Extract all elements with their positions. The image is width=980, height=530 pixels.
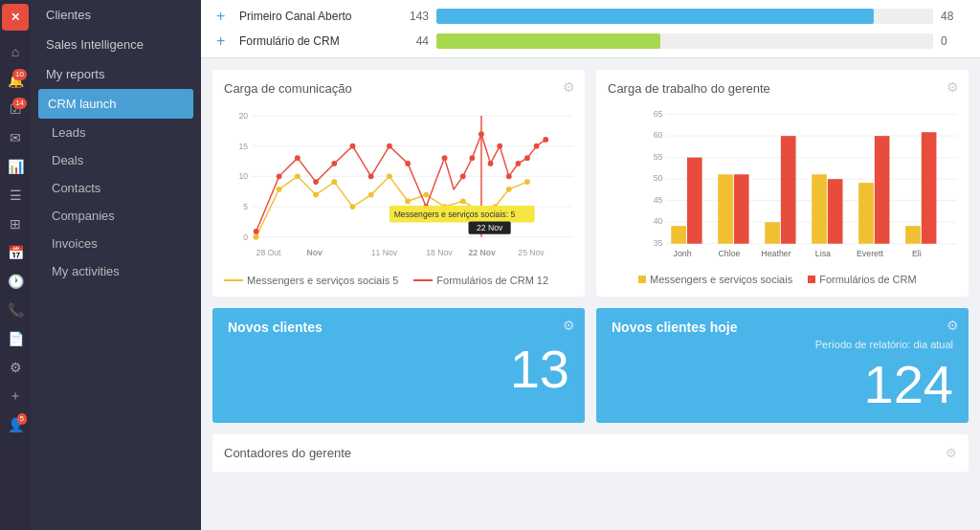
svg-rect-78 <box>765 222 780 244</box>
svg-point-38 <box>368 173 374 179</box>
bar-chart-wrapper: 65 60 55 50 45 40 35 <box>608 103 957 285</box>
progress-num-2: 44 <box>400 34 429 48</box>
sidebar-item-leads[interactable]: Leads <box>31 119 201 146</box>
svg-point-48 <box>506 173 512 179</box>
legend-bar-yellow: Messengers e serviços sociais <box>638 274 792 285</box>
manager-workload-card: Carga de trabalho do gerente ⚙ 65 60 55 … <box>596 70 969 297</box>
sidebar-item-crm-launch[interactable]: CRM launch <box>38 89 193 119</box>
svg-text:22 Nov: 22 Nov <box>477 223 503 232</box>
svg-text:Messengers e serviços sociais:: Messengers e serviços sociais: 5 <box>394 210 516 219</box>
svg-point-25 <box>423 192 429 198</box>
close-button[interactable]: ✕ <box>2 4 29 31</box>
svg-text:40: 40 <box>654 216 663 226</box>
svg-text:Nov: Nov <box>306 248 322 257</box>
grid-icon[interactable]: ⊞ <box>2 210 29 237</box>
line-chart-legend: Messengers e serviços sociais 5 Formulár… <box>224 275 573 286</box>
progress-row-2: + Formulário de CRM 44 0 <box>216 33 965 50</box>
svg-point-40 <box>405 161 411 166</box>
svg-text:15: 15 <box>238 142 248 151</box>
expand-icon-2[interactable]: + <box>216 33 232 50</box>
calendar-icon[interactable]: 📅 <box>2 239 29 266</box>
novos-clientes-hoje-value: 124 <box>612 358 953 411</box>
sidebar-item-my-activities[interactable]: My activities <box>31 257 201 285</box>
home-icon[interactable]: ⌂ <box>2 38 29 65</box>
svg-point-34 <box>295 155 301 161</box>
svg-point-49 <box>515 161 521 166</box>
icon-bar: ✕ ⌂ 🔔10 ☑14 ✉ 📊 ☰ ⊞ 📅 🕐 📞 📄 ⚙ ＋ 👤5 <box>0 0 31 530</box>
svg-rect-73 <box>687 158 702 244</box>
svg-point-44 <box>469 155 475 161</box>
chart-icon[interactable]: 📊 <box>2 153 29 180</box>
notification-badge: 10 <box>12 69 27 80</box>
sidebar-item-sales-intelligence[interactable]: Sales Intelligence <box>31 30 201 59</box>
expand-icon-1[interactable]: + <box>216 8 232 25</box>
add-icon[interactable]: ＋ <box>2 383 29 409</box>
svg-point-27 <box>460 198 466 204</box>
svg-text:10: 10 <box>238 171 248 181</box>
progress-row-1: + Primeiro Canal Aberto 143 48 <box>216 8 965 25</box>
document-icon[interactable]: 📄 <box>2 325 29 352</box>
email-icon[interactable]: ✉ <box>2 124 29 151</box>
line-chart: 20 15 10 5 0 28 Out Nov 11 Nov 18 Nov 22… <box>224 103 573 276</box>
legend-bar-yellow-dot <box>638 276 646 283</box>
manager-workload-gear[interactable]: ⚙ <box>947 79 959 95</box>
svg-rect-84 <box>858 183 874 244</box>
svg-text:Lisa: Lisa <box>815 249 831 258</box>
sidebar-item-my-reports[interactable]: My reports <box>31 59 201 89</box>
legend-bar-red-dot <box>808 276 815 283</box>
sidebar-item-contacts[interactable]: Contacts <box>31 174 201 202</box>
novos-clientes-hoje-subtitle: Período de relatório: dia atual <box>612 339 953 350</box>
profile-icon[interactable]: 👤5 <box>2 411 29 438</box>
svg-rect-79 <box>781 136 796 244</box>
communication-load-card: Carga de comunicação ⚙ 20 15 10 5 0 <box>212 70 585 297</box>
line-chart-svg: 20 15 10 5 0 28 Out Nov 11 Nov 18 Nov 22… <box>224 103 573 266</box>
svg-text:25 Nov: 25 Nov <box>518 248 545 257</box>
svg-rect-76 <box>734 174 749 243</box>
legend-yellow-line <box>224 279 243 281</box>
svg-point-21 <box>350 204 356 210</box>
sidebar-item-clientes[interactable]: Clientes <box>31 0 201 30</box>
svg-text:Chloe: Chloe <box>719 249 741 258</box>
svg-text:45: 45 <box>654 195 663 205</box>
svg-point-17 <box>277 187 282 192</box>
legend-bar-red-label: Formulários de CRM <box>819 274 916 285</box>
top-progress-area: + Primeiro Canal Aberto 143 48 + Formulá… <box>201 0 980 58</box>
phone-icon[interactable]: 📞 <box>2 297 29 323</box>
sidebar: Clientes Sales Intelligence My reports C… <box>31 0 201 530</box>
bar-chart-legend: Messengers e serviços sociais Formulário… <box>638 274 957 285</box>
communication-load-title: Carga de comunicação <box>224 81 573 96</box>
progress-fill-1 <box>436 9 874 24</box>
svg-text:Heather: Heather <box>761 249 791 258</box>
progress-end-1: 48 <box>941 10 965 23</box>
svg-point-43 <box>460 173 466 179</box>
list-icon[interactable]: ☰ <box>2 182 29 209</box>
svg-rect-82 <box>828 179 843 244</box>
sidebar-item-invoices[interactable]: Invoices <box>31 230 201 257</box>
svg-text:35: 35 <box>654 238 663 248</box>
legend-bar-yellow-label: Messengers e serviços sociais <box>650 274 792 285</box>
svg-text:Everett: Everett <box>857 249 883 258</box>
svg-text:28 Out: 28 Out <box>256 248 281 257</box>
svg-point-20 <box>331 179 337 185</box>
sidebar-item-companies[interactable]: Companies <box>31 202 201 230</box>
novos-clientes-hoje-gear[interactable]: ⚙ <box>947 318 959 333</box>
svg-text:50: 50 <box>654 173 663 183</box>
sidebar-item-deals[interactable]: Deals <box>31 146 201 174</box>
svg-point-52 <box>543 137 548 143</box>
svg-text:Eli: Eli <box>912 249 922 258</box>
svg-point-30 <box>506 187 512 192</box>
contadores-gear[interactable]: ⚙ <box>946 446 957 460</box>
svg-text:55: 55 <box>654 152 663 162</box>
communication-load-gear[interactable]: ⚙ <box>563 79 575 95</box>
svg-rect-81 <box>812 174 827 243</box>
novos-clientes-gear[interactable]: ⚙ <box>563 318 575 333</box>
progress-label-1: Primeiro Canal Aberto <box>239 10 392 23</box>
svg-point-36 <box>331 161 337 166</box>
settings-icon[interactable]: ⚙ <box>2 354 29 381</box>
progress-label-2: Formulário de CRM <box>239 34 392 48</box>
novos-clientes-hoje-card: Novos clientes hoje ⚙ Período de relatór… <box>596 308 969 423</box>
tasks-icon[interactable]: ☑14 <box>2 96 29 122</box>
svg-text:65: 65 <box>654 109 663 119</box>
clock-icon[interactable]: 🕐 <box>2 268 29 295</box>
notifications-icon[interactable]: 🔔10 <box>2 67 29 94</box>
